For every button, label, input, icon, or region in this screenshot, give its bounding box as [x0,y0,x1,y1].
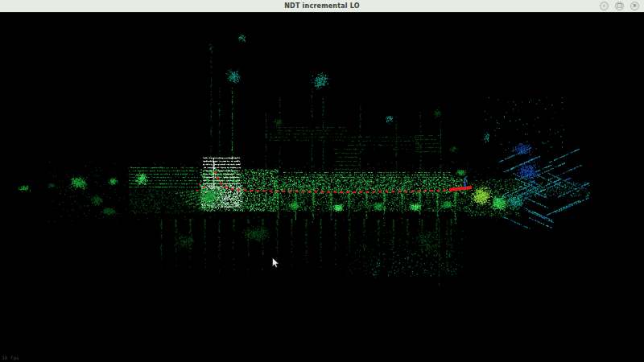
maximize-button[interactable]: □ [615,2,624,10]
application-window: NDT incremental LO – □ × 30 fps [0,0,644,362]
minimize-button[interactable]: – [600,2,609,10]
close-button[interactable]: × [630,2,639,10]
pointcloud-canvas[interactable] [0,0,644,362]
fps-counter: 30 fps [2,355,19,360]
window-title: NDT incremental LO [284,2,360,10]
window-controls: – □ × [600,2,639,10]
title-bar[interactable]: NDT incremental LO – □ × [0,0,644,13]
mouse-cursor-icon [272,257,280,269]
